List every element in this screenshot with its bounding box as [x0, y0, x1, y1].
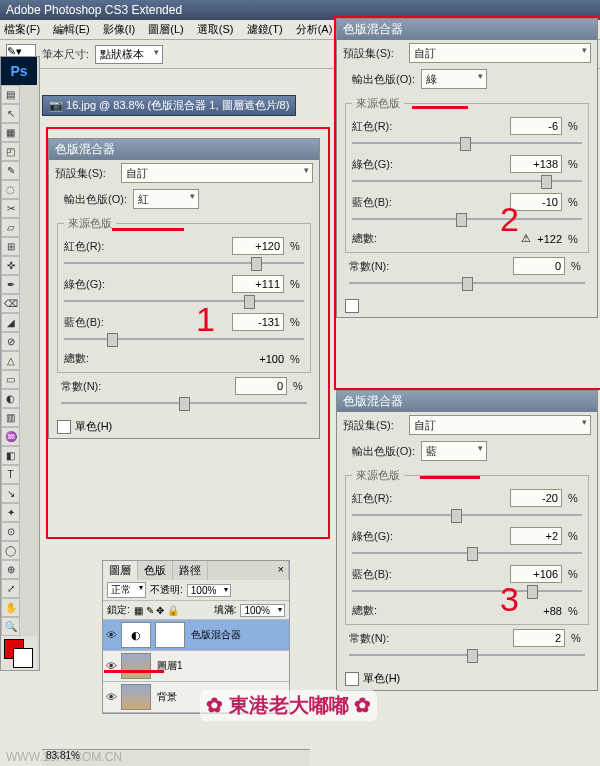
underline-1: [112, 228, 184, 231]
tool-4[interactable]: ✎: [1, 161, 20, 180]
tool-19[interactable]: ◧: [1, 446, 20, 465]
sample-size-combo[interactable]: 點狀樣本: [95, 45, 163, 64]
layer-thumb: [121, 684, 151, 710]
underline-2: [412, 106, 468, 109]
tool-6[interactable]: ✂: [1, 199, 20, 218]
underline-4: [104, 670, 164, 673]
annotation-3: 3: [500, 580, 519, 619]
menu-layer[interactable]: 圖層(L): [148, 23, 183, 35]
tool-5[interactable]: ◌: [1, 180, 20, 199]
tool-1[interactable]: ↖: [1, 104, 20, 123]
eye-icon[interactable]: 👁: [103, 621, 119, 649]
watermark: WWW.16F8.COM.CN: [6, 750, 122, 764]
green-input-3[interactable]: [510, 527, 562, 545]
tab-paths[interactable]: 路徑: [173, 561, 208, 580]
ps-logo-icon: Ps: [1, 57, 37, 85]
app-title: Adobe Photoshop CS3 Extended: [6, 3, 182, 17]
tool-14[interactable]: △: [1, 351, 20, 370]
mask-thumb-icon: [155, 622, 185, 648]
sample-size-label: 筆本尺寸:: [42, 47, 89, 62]
adjustment-thumb-icon: ◐: [121, 622, 151, 648]
close-icon[interactable]: ×: [208, 561, 289, 580]
tool-21[interactable]: ↘: [1, 484, 20, 503]
red-input-3[interactable]: [510, 489, 562, 507]
menu-edit[interactable]: 編輯(E): [53, 23, 90, 35]
underline-3: [420, 476, 480, 479]
annotation-2: 2: [500, 200, 519, 239]
background-swatch[interactable]: [13, 648, 33, 668]
tool-3[interactable]: ◰: [1, 142, 20, 161]
tool-10[interactable]: ✒: [1, 275, 20, 294]
tool-20[interactable]: T: [1, 465, 20, 484]
tool-22[interactable]: ✦: [1, 503, 20, 522]
menu-image[interactable]: 影像(I): [103, 23, 135, 35]
layer-thumb: [121, 653, 151, 679]
fill-select[interactable]: 100%: [240, 604, 285, 617]
tool-16[interactable]: ◐: [1, 389, 20, 408]
tool-18[interactable]: ♒: [1, 427, 20, 446]
mono-checkbox-3[interactable]: [345, 672, 359, 686]
blend-mode-select[interactable]: 正常: [107, 582, 146, 598]
document-tab[interactable]: 📷 16.jpg @ 83.8% (色版混合器 1, 圖層遮色片/8): [42, 95, 296, 116]
tool-28[interactable]: 🔍: [1, 617, 20, 636]
channel-mixer-panel-3: 色版混合器 預設集(S): 自訂 輸出色版(O): 藍 來源色版 紅色(R):%…: [336, 390, 598, 691]
menu-filter[interactable]: 濾鏡(T): [247, 23, 283, 35]
tab-channels[interactable]: 色版: [138, 561, 173, 580]
tool-25[interactable]: ⊕: [1, 560, 20, 579]
tab-layers[interactable]: 圖層: [103, 561, 138, 580]
eye-icon[interactable]: 👁: [103, 683, 119, 711]
menu-analysis[interactable]: 分析(A): [296, 23, 333, 35]
tool-23[interactable]: ⊙: [1, 522, 20, 541]
tool-8[interactable]: ⊞: [1, 237, 20, 256]
menu-file[interactable]: 檔案(F): [4, 23, 40, 35]
preset-select-3[interactable]: 自訂: [409, 415, 591, 435]
annotation-box-1: [46, 127, 330, 539]
eye-icon[interactable]: 👁: [103, 652, 119, 680]
tool-11[interactable]: ⌫: [1, 294, 20, 313]
tool-27[interactable]: ✋: [1, 598, 20, 617]
lock-icons[interactable]: ▦ ✎ ✥ 🔒: [134, 605, 179, 616]
tool-13[interactable]: ⊘: [1, 332, 20, 351]
toolbox: Ps ▤↖▦◰✎◌✂▱⊞✜✒⌫◢⊘△▭◐▥♒◧T↘✦⊙◯⊕⤢✋🔍: [0, 56, 40, 671]
signature-overlay: ✿ 東港老大嘟嘟 ✿: [200, 690, 377, 721]
tool-9[interactable]: ✜: [1, 256, 20, 275]
layer-row-1[interactable]: 👁 圖層1: [103, 651, 289, 682]
tool-24[interactable]: ◯: [1, 541, 20, 560]
color-wells[interactable]: [1, 636, 37, 670]
tool-15[interactable]: ▭: [1, 370, 20, 389]
output-select-blue[interactable]: 藍: [421, 441, 487, 461]
menu-select[interactable]: 選取(S): [197, 23, 234, 35]
tool-2[interactable]: ▦: [1, 123, 20, 142]
panel3-title: 色版混合器: [337, 391, 597, 412]
annotation-box-2: [334, 16, 600, 390]
tool-26[interactable]: ⤢: [1, 579, 20, 598]
tool-17[interactable]: ▥: [1, 408, 20, 427]
tool-12[interactable]: ◢: [1, 313, 20, 332]
opacity-select[interactable]: 100%: [187, 584, 232, 597]
layer-row-mixer[interactable]: 👁 ◐ 色版混合器: [103, 620, 289, 651]
annotation-1: 1: [196, 300, 215, 339]
tool-7[interactable]: ▱: [1, 218, 20, 237]
constant-input-3[interactable]: [513, 629, 565, 647]
tool-0[interactable]: ▤: [1, 85, 20, 104]
